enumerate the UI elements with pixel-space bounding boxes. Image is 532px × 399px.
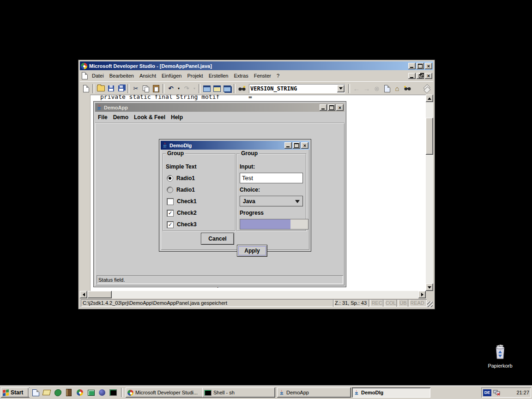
demoapp-maximize-button[interactable] [328, 104, 335, 111]
quicklaunch-signature-icon[interactable] [42, 388, 51, 397]
recycle-bin-desktop-icon[interactable]: Papierkorb [484, 345, 516, 369]
checkbox-checked-icon[interactable]: ✓ [167, 221, 174, 228]
menu-datei[interactable]: Datei [89, 72, 107, 80]
quicklaunch-console-icon[interactable] [109, 388, 117, 397]
refresh-button[interactable] [382, 84, 392, 94]
save-button[interactable] [106, 84, 116, 94]
task-demodlg[interactable]: DemoDlg [352, 387, 430, 398]
input-field[interactable]: Test [240, 173, 303, 183]
radio-selected-icon[interactable] [167, 175, 173, 181]
demoapp-menu-demo[interactable]: Demo [110, 113, 131, 122]
start-button[interactable]: Start [1, 387, 30, 398]
quicklaunch-show-desktop-icon[interactable] [31, 388, 40, 397]
check1-row[interactable]: Check1 [167, 198, 197, 205]
quicklaunch-devstudio-icon[interactable] [76, 388, 84, 397]
new-file-button[interactable] [81, 84, 91, 94]
demodlg-minimize-button[interactable] [284, 142, 292, 149]
resize-grip[interactable] [427, 302, 433, 307]
demoapp-menu-file[interactable]: File [95, 113, 110, 122]
demodlg-maximize-button[interactable] [293, 142, 300, 149]
check3-row[interactable]: ✓ Check3 [167, 221, 197, 228]
demoapp-close-button[interactable]: × [336, 104, 344, 111]
radio2-unselected[interactable]: Radio1 [167, 186, 195, 193]
checkbox-unchecked-icon[interactable] [167, 198, 174, 205]
home-button[interactable]: ⌂ [392, 84, 402, 94]
devstudio-titlebar[interactable]: Microsoft Developer Studio - [DemoAppPan… [80, 61, 433, 70]
find-in-files-icon[interactable] [237, 84, 247, 94]
menu-ansicht[interactable]: Ansicht [137, 72, 159, 80]
search-button[interactable] [402, 84, 412, 94]
demoapp-menu-help[interactable]: Help [168, 113, 186, 122]
find-combobox[interactable]: VERSION_STRING [249, 84, 345, 93]
cancel-button[interactable]: Cancel [201, 233, 234, 245]
redo-dropdown-icon[interactable]: ▾ [192, 84, 197, 94]
combo-dropdown-button[interactable] [337, 85, 345, 92]
menu-extras[interactable]: Extras [231, 72, 251, 80]
demodlg-close-button[interactable]: × [301, 142, 308, 149]
scroll-up-button[interactable] [426, 95, 433, 102]
demoapp-menubar: File Demo Look & Feel Help [95, 112, 345, 123]
demoapp-menu-lookfeel[interactable]: Look & Feel [131, 113, 168, 122]
child-system-doc-icon[interactable] [80, 71, 89, 81]
undo-button[interactable]: ↶ [166, 84, 176, 94]
vertical-scrollbar[interactable] [426, 95, 433, 291]
minimize-button[interactable] [408, 63, 416, 69]
vertical-scroll-thumb[interactable] [426, 118, 433, 155]
maximize-button[interactable] [417, 63, 424, 69]
close-button[interactable]: × [425, 63, 432, 69]
desktop: { "devstudio": { "title": "Microsoft Dev… [0, 0, 532, 399]
search-binoculars-icon [404, 86, 411, 91]
workspace-button[interactable] [202, 84, 212, 94]
menu-fenster[interactable]: Fenster [251, 72, 274, 80]
task-devstudio[interactable]: Microsoft Developer Studi... [126, 387, 203, 398]
output-button[interactable] [212, 84, 222, 94]
task-demoapp[interactable]: DemoApp [277, 387, 351, 398]
demoapp-titlebar[interactable]: DemoApp × [95, 103, 345, 112]
scroll-down-button[interactable] [426, 284, 433, 291]
clock[interactable]: 21:27 [516, 390, 529, 395]
window-list-button[interactable] [222, 84, 232, 94]
menu-erstellen[interactable]: Erstellen [206, 72, 231, 80]
forward-button[interactable]: → [362, 84, 372, 94]
paste-button[interactable] [151, 84, 161, 94]
back-button[interactable]: ← [351, 84, 362, 94]
recycle-bin-icon[interactable] [493, 345, 508, 360]
check2-row[interactable]: ✓ Check2 [167, 209, 197, 217]
menu-hilfe[interactable]: ? [274, 72, 282, 80]
radio-unselected-icon[interactable] [167, 187, 173, 193]
child-close-button[interactable]: × [425, 73, 432, 79]
network-status-icon[interactable] [493, 389, 501, 396]
menu-einfuegen[interactable]: Einfügen [159, 72, 184, 80]
apply-button[interactable]: Apply [237, 245, 267, 257]
quicklaunch-green-terminal-icon[interactable] [87, 388, 95, 397]
stop-button[interactable]: ⊗ [372, 84, 382, 94]
menu-projekt[interactable]: Projekt [184, 72, 206, 80]
quicklaunch-globe-icon[interactable] [98, 388, 106, 397]
focus-rect [238, 246, 266, 255]
quicklaunch-creature-icon[interactable] [54, 388, 62, 397]
cut-button[interactable]: ✂ [131, 84, 141, 94]
demoapp-minimize-button[interactable] [320, 104, 327, 111]
copy-button[interactable] [141, 84, 151, 94]
task-shell[interactable]: Shell - sh [202, 387, 275, 398]
undo-dropdown-icon[interactable]: ▾ [176, 84, 181, 94]
horizontal-scroll-thumb[interactable] [88, 291, 112, 298]
open-file-button[interactable] [96, 84, 106, 94]
radio1-selected[interactable]: Radio1 [167, 175, 195, 182]
infoviewer-button[interactable] [422, 84, 432, 94]
demodlg-titlebar[interactable]: DemoDlg × [161, 141, 309, 150]
scroll-left-button[interactable] [80, 291, 87, 298]
child-restore-button[interactable] [417, 73, 424, 79]
scroll-right-button[interactable] [418, 291, 426, 298]
choice-combobox[interactable]: Java [240, 196, 303, 206]
checkbox-checked-icon[interactable]: ✓ [167, 210, 174, 217]
child-minimize-button[interactable] [408, 73, 416, 79]
quicklaunch-book-icon[interactable] [65, 388, 73, 397]
menu-bearbeiten[interactable]: Bearbeiten [107, 72, 137, 80]
demodlg-title: DemoDlg [169, 143, 192, 148]
recycle-bin-label[interactable]: Papierkorb [484, 363, 516, 369]
redo-button[interactable]: ↷ [181, 84, 192, 94]
horizontal-scrollbar[interactable] [80, 291, 426, 298]
keyboard-layout-indicator[interactable]: DE [483, 389, 491, 396]
save-all-button[interactable] [116, 84, 126, 94]
